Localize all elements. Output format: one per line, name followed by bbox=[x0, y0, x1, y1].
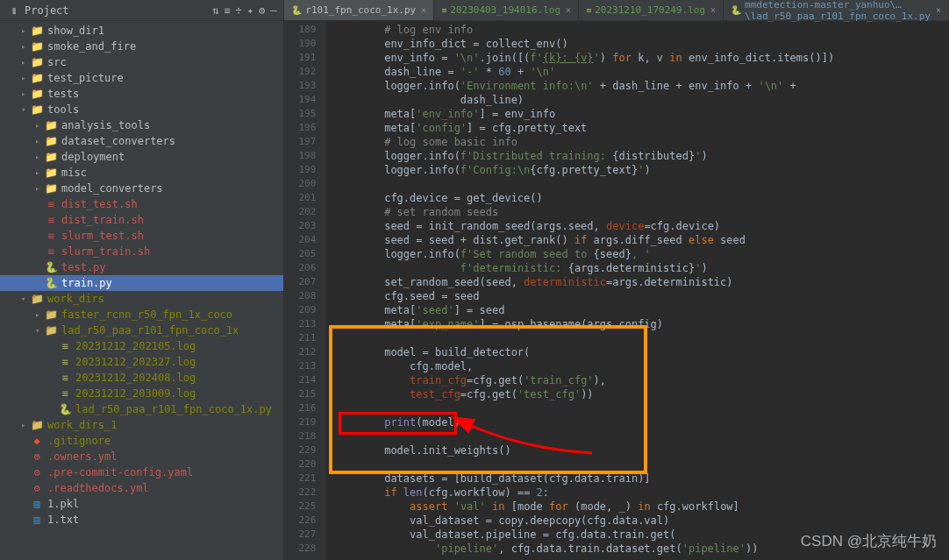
code-line: cfg.seed = seed bbox=[333, 289, 949, 303]
tree-item[interactable]: ▸📁show_dir1 bbox=[0, 23, 283, 39]
tree-item-label: 20231212_202327.log bbox=[75, 356, 196, 368]
tree-arrow-icon: ▸ bbox=[21, 421, 30, 429]
tree-item-label: slurm_train.sh bbox=[61, 245, 150, 258]
code-line: dash_line) bbox=[333, 93, 949, 107]
folder-icon: 📁 bbox=[30, 72, 44, 84]
close-icon[interactable]: × bbox=[421, 5, 426, 15]
close-icon[interactable]: × bbox=[710, 5, 716, 15]
py-icon: 🐍 bbox=[58, 403, 72, 415]
tree-item[interactable]: ▸📁analysis_tools bbox=[0, 117, 283, 133]
line-number: 205 bbox=[284, 247, 316, 261]
tree-item[interactable]: ≡slurm_train.sh bbox=[0, 244, 283, 259]
tree-item[interactable]: ▾📁lad_r50_paa_r101_fpn_coco_1x bbox=[0, 323, 283, 338]
tool-split-icon[interactable]: ÷ bbox=[235, 4, 241, 17]
line-number: 225 bbox=[284, 500, 316, 514]
folder-icon: 📁 bbox=[30, 88, 44, 100]
code-line: meta['env_info'] = env_info bbox=[333, 107, 949, 121]
py-icon: 🐍 bbox=[44, 277, 58, 289]
tree-item[interactable]: ⚙.pre-commit-config.yaml bbox=[0, 464, 283, 480]
tree-item[interactable]: ▸📁model_converters bbox=[0, 181, 283, 196]
tree-item[interactable]: ▾📁work_dirs bbox=[0, 291, 283, 307]
log-icon: ≡ bbox=[58, 372, 72, 384]
tool-expand-icon[interactable]: ≡ bbox=[224, 4, 230, 17]
line-number: 199 bbox=[284, 163, 316, 177]
line-number: 214 bbox=[284, 373, 316, 387]
tree-arrow-icon: ▸ bbox=[21, 74, 30, 82]
project-tree[interactable]: ▸📁show_dir1▸📁smoke_and_fire▸📁src▸📁test_p… bbox=[0, 21, 283, 560]
tree-item[interactable]: ▤1.txt bbox=[0, 512, 283, 528]
tree-item[interactable]: ▸📁smoke_and_fire bbox=[0, 39, 283, 54]
code-content[interactable]: # log env info env_info_dict = collect_e… bbox=[326, 21, 949, 560]
tree-arrow-icon: ▸ bbox=[35, 121, 44, 130]
sh-icon: ≡ bbox=[44, 198, 58, 210]
code-line: datasets = [build_dataset(cfg.data.train… bbox=[333, 471, 949, 486]
py-icon: 🐍 bbox=[44, 261, 58, 273]
log-icon: ≡ bbox=[58, 340, 72, 352]
line-number: 195 bbox=[284, 107, 316, 121]
line-number: 206 bbox=[284, 261, 316, 275]
tree-item[interactable]: ▸📁work_dirs_1 bbox=[0, 417, 283, 433]
code-line: 'pipeline', cfg.data.train.dataset.get('… bbox=[333, 542, 949, 556]
line-number: 202 bbox=[284, 205, 316, 219]
tool-hide-icon[interactable]: — bbox=[270, 4, 276, 17]
close-icon[interactable]: × bbox=[566, 5, 571, 15]
tree-item-label: .gitignore bbox=[47, 435, 111, 447]
editor-tab[interactable]: 🐍r101_fpn_coco_1x.py× bbox=[284, 0, 434, 20]
tree-item[interactable]: ▸📁src bbox=[0, 54, 283, 70]
tree-item[interactable]: ▸📁faster_rcnn_r50_fpn_1x_coco bbox=[0, 307, 283, 323]
folder-ex-icon: 📁 bbox=[30, 293, 44, 305]
tree-item[interactable]: ⚙.readthedocs.yml bbox=[0, 480, 283, 496]
tree-item[interactable]: ▸📁test_picture bbox=[0, 70, 283, 86]
log-icon: ≡ bbox=[58, 356, 72, 368]
line-number: 216 bbox=[284, 401, 316, 415]
tree-item[interactable]: ▾📁tools bbox=[0, 102, 283, 117]
tree-item[interactable]: ≡20231212_202408.log bbox=[0, 370, 283, 386]
tool-collapse-icon[interactable]: ⇅ bbox=[212, 4, 218, 17]
tree-item[interactable]: ≡20231212_202327.log bbox=[0, 354, 283, 370]
tree-item-label: dataset_converters bbox=[61, 135, 175, 147]
folder-icon: 📁 bbox=[30, 56, 44, 68]
tree-item-label: misc bbox=[61, 167, 87, 179]
tree-item[interactable]: ⚙.owners.yml bbox=[0, 449, 283, 464]
tree-item[interactable]: ▤1.pkl bbox=[0, 496, 283, 512]
code-line: logger.info(f'Distributed training: {dis… bbox=[333, 149, 949, 163]
code-line: seed = seed + dist.get_rank() if args.di… bbox=[333, 233, 949, 247]
editor-tab[interactable]: ≡20231210_170249.log× bbox=[579, 0, 724, 20]
folder-ex-icon: 📁 bbox=[44, 324, 58, 337]
tool-star-icon[interactable]: ✦ bbox=[247, 4, 253, 17]
tree-item[interactable]: ≡dist_train.sh bbox=[0, 212, 283, 228]
tree-arrow-icon: ▸ bbox=[21, 42, 30, 51]
code-line: logger.info(f'Set random seed to {seed},… bbox=[333, 247, 949, 261]
line-number: 228 bbox=[284, 542, 316, 556]
tree-item[interactable]: ≡20231212_202105.log bbox=[0, 338, 283, 354]
line-number: 196 bbox=[284, 121, 316, 135]
tree-item[interactable]: 🐍test.py bbox=[0, 259, 283, 275]
project-sidebar: ▮ Project ⇅ ≡ ÷ ✦ ⚙ — ▸📁show_dir1▸📁smoke… bbox=[0, 0, 284, 560]
code-line: env_info = '\n'.join([(f'{k}: {v}') for … bbox=[333, 51, 949, 65]
tree-item-label: .readthedocs.yml bbox=[47, 482, 149, 494]
line-number: 200 bbox=[284, 177, 316, 191]
tree-item[interactable]: ▸📁deployment bbox=[0, 149, 283, 165]
tree-item[interactable]: ≡slurm_test.sh bbox=[0, 228, 283, 244]
tree-item[interactable]: ▸📁dataset_converters bbox=[0, 133, 283, 149]
tree-arrow-icon: ▸ bbox=[35, 310, 44, 319]
tree-item[interactable]: ≡20231212_203009.log bbox=[0, 386, 283, 401]
code-line: env_info_dict = collect_env() bbox=[333, 37, 949, 51]
folder-icon: 📁 bbox=[44, 119, 58, 131]
py-icon: 🐍 bbox=[731, 5, 741, 15]
tree-item[interactable]: ▸📁tests bbox=[0, 86, 283, 102]
tab-label: 20231210_170249.log bbox=[595, 4, 705, 16]
tree-item[interactable]: ◆.gitignore bbox=[0, 433, 283, 449]
tree-item-label: model_converters bbox=[61, 182, 163, 195]
close-icon[interactable]: × bbox=[936, 5, 941, 15]
editor-tab[interactable]: ≡20230403_194016.log× bbox=[434, 0, 579, 20]
tree-item-label: lad_r50_paa_r101_fpn_coco_1x bbox=[61, 324, 239, 337]
tree-item[interactable]: 🐍train.py bbox=[0, 275, 283, 291]
yaml-icon: ⚙ bbox=[30, 482, 44, 494]
tree-item[interactable]: ▸📁misc bbox=[0, 165, 283, 181]
tool-gear-icon[interactable]: ⚙ bbox=[259, 4, 265, 17]
tree-arrow-icon: ▾ bbox=[35, 326, 44, 335]
tree-item[interactable]: ≡dist_test.sh bbox=[0, 196, 283, 212]
editor-tab[interactable]: 🐍mmdetection-master_yanhuo\…\lad_r50_paa… bbox=[724, 0, 949, 20]
tree-item[interactable]: 🐍lad_r50_paa_r101_fpn_coco_1x.py bbox=[0, 401, 283, 417]
